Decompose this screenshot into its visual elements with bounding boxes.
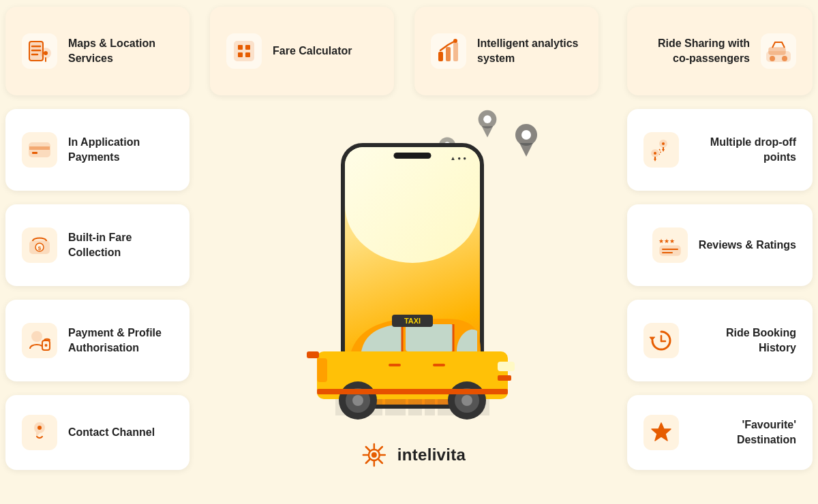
in-app-payments-icon <box>22 132 57 168</box>
svg-rect-71 <box>317 389 508 394</box>
page-container: Maps & Location Services Fare Calculator <box>0 0 818 504</box>
payment-profile-label: Payment & Profile Authorisation <box>68 326 173 355</box>
svg-marker-27 <box>662 149 665 152</box>
contact-channel-card: Contact Channel <box>5 395 190 470</box>
center-scene: ▲●● <box>204 95 620 477</box>
maps-card: Maps & Location Services <box>5 7 190 95</box>
svg-text:$: $ <box>38 245 42 251</box>
svg-point-25 <box>662 142 665 145</box>
svg-rect-23 <box>32 152 37 154</box>
contact-channel-label: Contact Channel <box>68 425 155 440</box>
ride-booking-card: Ride Booking History <box>627 300 813 381</box>
svg-point-20 <box>782 56 787 61</box>
svg-rect-12 <box>245 52 250 57</box>
favourite-card: 'Favourite' Destination <box>627 395 813 470</box>
reviews-card: Reviews & Ratings ★★★ <box>627 204 813 286</box>
logo-text: intelivita <box>397 445 466 464</box>
ride-sharing-card: Ride Sharing with co-passengers <box>627 7 813 95</box>
maps-label: Maps & Location Services <box>68 36 173 65</box>
svg-point-19 <box>770 56 775 61</box>
fare-calculator-icon <box>226 33 262 69</box>
ride-sharing-label: Ride Sharing with co-passengers <box>643 36 750 65</box>
svg-line-80 <box>378 459 382 463</box>
svg-marker-31 <box>654 159 656 161</box>
analytics-card: Intelligent analytics system <box>414 7 599 95</box>
svg-point-47 <box>521 130 531 140</box>
svg-point-29 <box>654 152 656 155</box>
svg-point-83 <box>372 452 377 458</box>
svg-marker-45 <box>652 423 671 441</box>
svg-rect-11 <box>238 52 243 57</box>
maps-icon <box>22 33 57 69</box>
svg-point-41 <box>45 344 48 347</box>
favourite-icon <box>643 415 679 450</box>
reviews-label: Reviews & Ratings <box>699 238 796 253</box>
svg-point-63 <box>352 395 363 406</box>
svg-marker-51 <box>482 126 494 138</box>
taxi-car: TAXI <box>297 283 528 422</box>
analytics-icon <box>431 33 466 69</box>
multiple-dropoff-label: Multiple drop-off points <box>690 135 796 164</box>
svg-point-39 <box>32 332 42 341</box>
svg-rect-56 <box>406 324 453 351</box>
svg-rect-72 <box>317 358 327 382</box>
ride-booking-icon <box>643 323 679 358</box>
logo-area: intelivita <box>359 440 466 470</box>
svg-rect-18 <box>769 48 785 54</box>
svg-rect-15 <box>453 42 458 61</box>
fare-collection-icon: $ <box>22 227 57 263</box>
svg-line-82 <box>366 459 370 463</box>
svg-point-50 <box>483 115 491 123</box>
ride-booking-label: Ride Booking History <box>690 326 796 355</box>
favourite-label: 'Favourite' Destination <box>690 418 796 447</box>
svg-rect-13 <box>438 52 443 61</box>
svg-line-81 <box>378 447 382 451</box>
svg-rect-70 <box>433 364 445 366</box>
fare-calculator-card: Fare Calculator <box>210 7 394 95</box>
reviews-icon: ★★★ <box>652 227 688 263</box>
svg-rect-68 <box>498 375 511 381</box>
svg-text:TAXI: TAXI <box>404 317 421 325</box>
svg-rect-9 <box>238 45 243 50</box>
fare-collection-card: $ Built-in Fare Collection <box>5 204 190 286</box>
in-app-payments-label: In Application Payments <box>68 135 173 164</box>
svg-point-66 <box>461 395 472 406</box>
multiple-dropoff-icon <box>643 132 679 168</box>
analytics-label: Intelligent analytics system <box>477 36 582 65</box>
multiple-dropoff-card: Multiple drop-off points <box>627 109 813 191</box>
svg-rect-36 <box>660 246 680 255</box>
pin2 <box>477 109 498 140</box>
svg-point-16 <box>453 39 457 43</box>
svg-rect-67 <box>498 362 515 371</box>
svg-text:★★★: ★★★ <box>658 238 675 245</box>
payment-profile-icon <box>22 323 57 358</box>
svg-rect-22 <box>29 146 50 150</box>
contact-channel-icon <box>22 415 57 450</box>
svg-rect-8 <box>234 42 254 61</box>
svg-rect-14 <box>446 47 451 61</box>
fare-calculator-label: Fare Calculator <box>273 44 352 59</box>
svg-marker-48 <box>519 143 533 157</box>
svg-point-6 <box>44 51 48 55</box>
fare-collection-label: Built-in Fare Collection <box>68 230 173 259</box>
svg-rect-69 <box>389 364 401 366</box>
svg-point-44 <box>37 426 42 430</box>
svg-rect-10 <box>245 45 250 50</box>
svg-line-79 <box>366 447 370 451</box>
ride-sharing-icon <box>761 33 796 69</box>
in-app-payments-card: In Application Payments <box>5 109 190 191</box>
svg-rect-73 <box>307 351 319 358</box>
logo-icon <box>359 440 389 470</box>
pin1 <box>514 123 539 159</box>
payment-profile-card: Payment & Profile Authorisation <box>5 300 190 381</box>
